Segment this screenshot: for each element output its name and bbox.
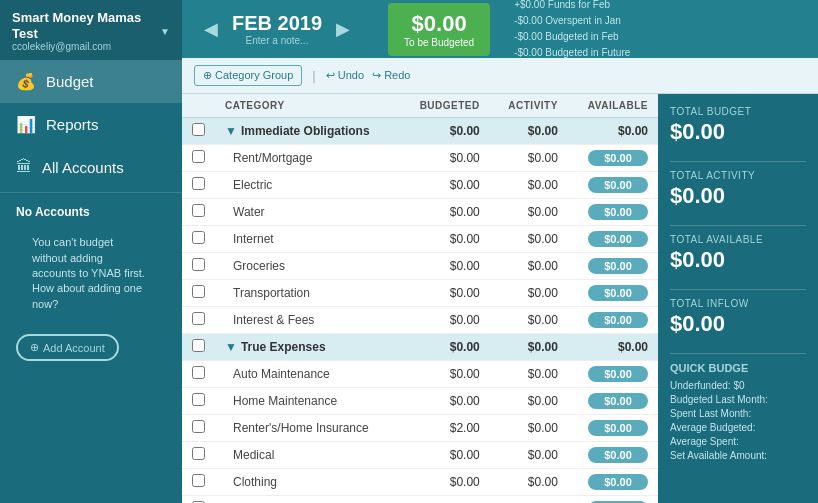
available-badge: $0.00 bbox=[588, 150, 648, 166]
quick-budget-items: Underfunded: $0Budgeted Last Month:Spent… bbox=[670, 380, 806, 461]
quick-budget-item[interactable]: Budgeted Last Month: bbox=[670, 394, 806, 405]
budget-icon: 💰 bbox=[16, 72, 36, 91]
sidebar-item-all-accounts[interactable]: 🏛 All Accounts bbox=[0, 146, 182, 188]
category-activity: $0.00 bbox=[490, 226, 568, 253]
next-month-button[interactable]: ▶ bbox=[330, 16, 356, 42]
category-budgeted: $0.00 bbox=[400, 388, 490, 415]
category-name: Clothing bbox=[215, 469, 400, 496]
category-checkbox[interactable] bbox=[192, 474, 205, 487]
chevron-down-icon: ▼ bbox=[225, 124, 237, 138]
table-row[interactable]: Medical $0.00 $0.00 $0.00 bbox=[182, 442, 658, 469]
month-note[interactable]: Enter a note... bbox=[232, 35, 322, 46]
table-row[interactable]: Groceries $0.00 $0.00 $0.00 bbox=[182, 253, 658, 280]
category-checkbox-cell bbox=[182, 280, 215, 307]
category-checkbox[interactable] bbox=[192, 393, 205, 406]
divider-2 bbox=[670, 225, 806, 226]
col-checkbox bbox=[182, 94, 215, 118]
total-available-amount: $0.00 bbox=[670, 247, 806, 273]
redo-button[interactable]: ↪ Redo bbox=[372, 69, 410, 82]
budget-table-wrapper[interactable]: CATEGORY BUDGETED ACTIVITY AVAILABLE ▼ I… bbox=[182, 94, 658, 503]
group-checkbox[interactable] bbox=[192, 123, 205, 136]
table-row[interactable]: Gifts $0.00 $0.00 $0.00 bbox=[182, 496, 658, 504]
category-checkbox[interactable] bbox=[192, 366, 205, 379]
divider-1 bbox=[670, 161, 806, 162]
add-account-button[interactable]: ⊕ Add Account bbox=[16, 334, 119, 361]
table-row[interactable]: Electric $0.00 $0.00 $0.00 bbox=[182, 172, 658, 199]
category-checkbox[interactable] bbox=[192, 231, 205, 244]
category-available: $0.00 bbox=[568, 496, 658, 504]
category-checkbox[interactable] bbox=[192, 447, 205, 460]
group-checkbox[interactable] bbox=[192, 339, 205, 352]
chevron-down-icon: ▼ bbox=[225, 340, 237, 354]
group-available: $0.00 bbox=[568, 118, 658, 145]
available-badge: $0.00 bbox=[588, 420, 648, 436]
category-group-row[interactable]: ▼ True Expenses $0.00 $0.00 $0.00 bbox=[182, 334, 658, 361]
table-row[interactable]: Auto Maintenance $0.00 $0.00 $0.00 bbox=[182, 361, 658, 388]
quick-budget-item[interactable]: Average Spent: bbox=[670, 436, 806, 447]
table-row[interactable]: Rent/Mortgage $0.00 $0.00 $0.00 bbox=[182, 145, 658, 172]
total-budget-amount: $0.00 bbox=[670, 119, 806, 145]
category-checkbox[interactable] bbox=[192, 258, 205, 271]
table-row[interactable]: Home Maintenance $0.00 $0.00 $0.00 bbox=[182, 388, 658, 415]
table-row[interactable]: Clothing $0.00 $0.00 $0.00 bbox=[182, 469, 658, 496]
available-badge: $0.00 bbox=[588, 285, 648, 301]
sidebar-item-label: Budget bbox=[46, 73, 94, 90]
divider-4 bbox=[670, 353, 806, 354]
category-budgeted: $0.00 bbox=[400, 172, 490, 199]
category-checkbox[interactable] bbox=[192, 312, 205, 325]
sidebar-header[interactable]: Smart Money Mamas Test ccolekeliy@gmail.… bbox=[0, 0, 182, 60]
total-inflow-label: TOTAL INFLOW bbox=[670, 298, 806, 309]
quick-budget-item[interactable]: Spent Last Month: bbox=[670, 408, 806, 419]
quick-budget-item[interactable]: Set Available Amount: bbox=[670, 450, 806, 461]
budget-table: CATEGORY BUDGETED ACTIVITY AVAILABLE ▼ I… bbox=[182, 94, 658, 503]
sidebar-item-reports[interactable]: 📊 Reports bbox=[0, 103, 182, 146]
add-category-group-label: ⊕ Category Group bbox=[203, 69, 293, 82]
table-row[interactable]: Water $0.00 $0.00 $0.00 bbox=[182, 199, 658, 226]
category-budgeted: $0.00 bbox=[400, 226, 490, 253]
category-activity: $0.00 bbox=[490, 388, 568, 415]
month-navigation: ◀ FEB 2019 Enter a note... ▶ bbox=[198, 12, 356, 46]
app-name: Smart Money Mamas Test bbox=[12, 10, 152, 41]
category-name: Medical bbox=[215, 442, 400, 469]
category-available: $0.00 bbox=[568, 226, 658, 253]
category-checkbox[interactable] bbox=[192, 204, 205, 217]
category-budgeted: $2.00 bbox=[400, 415, 490, 442]
quick-budget-item[interactable]: Underfunded: $0 bbox=[670, 380, 806, 391]
group-budgeted: $0.00 bbox=[400, 118, 490, 145]
sidebar: Smart Money Mamas Test ccolekeliy@gmail.… bbox=[0, 0, 182, 503]
col-category: CATEGORY bbox=[215, 94, 400, 118]
sidebar-item-budget[interactable]: 💰 Budget bbox=[0, 60, 182, 103]
table-row[interactable]: Interest & Fees $0.00 $0.00 $0.00 bbox=[182, 307, 658, 334]
undo-button[interactable]: ↩ Undo bbox=[326, 69, 364, 82]
available-badge: $0.00 bbox=[588, 366, 648, 382]
table-row[interactable]: Internet $0.00 $0.00 $0.00 bbox=[182, 226, 658, 253]
category-group-row[interactable]: ▼ Immediate Obligations $0.00 $0.00 $0.0… bbox=[182, 118, 658, 145]
category-name: Home Maintenance bbox=[215, 388, 400, 415]
reports-icon: 📊 bbox=[16, 115, 36, 134]
category-checkbox[interactable] bbox=[192, 285, 205, 298]
to-budget-label: To be Budgeted bbox=[404, 37, 474, 48]
category-checkbox-cell bbox=[182, 145, 215, 172]
category-activity: $0.00 bbox=[490, 415, 568, 442]
category-checkbox[interactable] bbox=[192, 177, 205, 190]
category-name: Water bbox=[215, 199, 400, 226]
add-category-group-button[interactable]: ⊕ Category Group bbox=[194, 65, 302, 86]
table-row[interactable]: Transportation $0.00 $0.00 $0.00 bbox=[182, 280, 658, 307]
category-checkbox-cell bbox=[182, 226, 215, 253]
category-activity: $0.00 bbox=[490, 361, 568, 388]
quick-budget-item[interactable]: Average Budgeted: bbox=[670, 422, 806, 433]
category-name: Groceries bbox=[215, 253, 400, 280]
user-email: ccolekeliy@gmail.com bbox=[12, 41, 152, 52]
category-budgeted: $0.00 bbox=[400, 280, 490, 307]
category-name: Auto Maintenance bbox=[215, 361, 400, 388]
prev-month-button[interactable]: ◀ bbox=[198, 16, 224, 42]
table-row[interactable]: Renter's/Home Insurance $2.00 $0.00 $0.0… bbox=[182, 415, 658, 442]
category-available: $0.00 bbox=[568, 388, 658, 415]
quick-budget-label: QUICK BUDGE bbox=[670, 362, 806, 374]
category-checkbox[interactable] bbox=[192, 150, 205, 163]
category-checkbox[interactable] bbox=[192, 420, 205, 433]
category-checkbox-cell bbox=[182, 172, 215, 199]
category-budgeted: $0.00 bbox=[400, 442, 490, 469]
category-budgeted: $0.00 bbox=[400, 307, 490, 334]
col-budgeted: BUDGETED bbox=[400, 94, 490, 118]
